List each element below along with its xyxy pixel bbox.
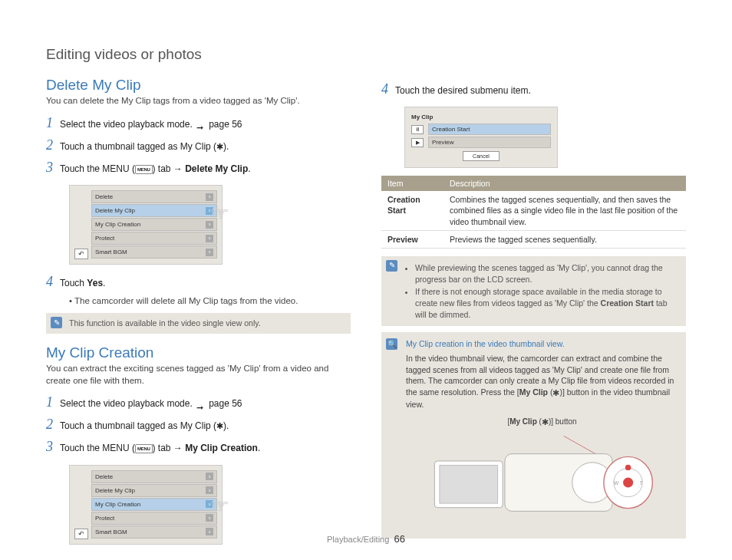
delete-step-1: 1 Select the video playback mode. page 5… — [46, 114, 351, 133]
camcorder-illustration: W T — [406, 433, 678, 532]
menu-item-protect: Protect› — [91, 512, 217, 525]
step-text: Touch the desired submenu item. — [395, 84, 686, 97]
table-row: Creation Start Combines the tagged scene… — [381, 191, 686, 230]
table-header-row: Item Description — [381, 176, 686, 191]
note-icon: ✎ — [386, 260, 397, 272]
table-row: Preview Previews the tagged scenes seque… — [381, 230, 686, 248]
submenu-row-preview: ▶ Preview — [411, 137, 551, 148]
tip-title: My Clip creation in the video thumbnail … — [406, 338, 678, 350]
arrow-right-icon — [196, 121, 207, 127]
step-number: 4 — [46, 272, 60, 292]
page-ref: page 56 — [209, 119, 242, 130]
step-number: 2 — [46, 136, 60, 155]
menu-item-my-clip-creation: My Clip Creation› — [91, 498, 217, 511]
svg-text:W: W — [614, 480, 619, 486]
page-number: 66 — [394, 533, 404, 545]
myclip-icon: ✱ — [542, 417, 549, 428]
step-number: 1 — [46, 393, 60, 412]
play-icon: ▶ — [411, 138, 424, 147]
camcorder-svg: W T — [406, 433, 678, 532]
section-creation-title: My Clip Creation — [46, 344, 351, 361]
creation-step-3: 3 Touch the MENU (MENU) tab → My Clip Cr… — [46, 437, 351, 456]
menu-item-delete-my-clip: Delete My Clip› — [91, 484, 217, 497]
menu-item-smart-bgm: Smart BGM› — [91, 245, 217, 259]
menu-item-my-clip-creation: My Clip Creation› — [91, 218, 217, 231]
note-bullet: If there is not enough storage space ava… — [415, 286, 680, 320]
page-title: Editing videos or photos — [46, 46, 686, 63]
step-text: Touch — [60, 278, 87, 288]
step-text: ) tab → — [153, 163, 186, 174]
note-icon: ✎ — [51, 317, 62, 328]
svg-text:T: T — [640, 480, 643, 486]
menu-item-delete: Delete› — [91, 190, 217, 203]
step-text: Touch the MENU ( — [60, 163, 135, 174]
myclip-icon: ✱ — [216, 141, 223, 153]
step-number: 1 — [46, 114, 60, 133]
chevron-right-icon: › — [206, 235, 213, 242]
submenu-row-creation-start: ⏸ Creation Start — [411, 124, 551, 135]
creation-step-2: 2 Touch a thumbnail tagged as My Clip (✱… — [46, 415, 351, 434]
step-text: ). — [223, 141, 229, 152]
svg-rect-2 — [440, 466, 498, 504]
touch-hand-icon: ☞ — [210, 201, 229, 226]
touch-hand-icon: ☞ — [210, 493, 229, 519]
step-text: ). — [223, 420, 229, 431]
delete-step-3: 3 Touch the MENU (MENU) tab → Delete My … — [46, 158, 351, 177]
creation-step-4: 4 Touch the desired submenu item. — [381, 80, 686, 99]
table-header-item: Item — [381, 176, 443, 191]
tip-thumbnail-view: 🔍 My Clip creation in the video thumbnai… — [381, 332, 686, 539]
columns: Delete My Clip You can delete the My Cli… — [46, 77, 686, 552]
table-cell-desc: Previews the tagged scenes sequentially. — [443, 230, 686, 248]
submenu-cancel: Cancel — [463, 151, 500, 161]
section-creation-intro: You can extract the exciting scenes tagg… — [46, 363, 351, 387]
table-cell-item: Creation Start — [381, 191, 443, 230]
myclip-button-label: [My Clip (✱)] button — [406, 417, 678, 428]
table-cell-desc: Combines the tagged scenes sequentially,… — [443, 191, 686, 230]
description-table: Item Description Creation Start Combines… — [381, 176, 686, 249]
step-number: 3 — [46, 437, 60, 456]
step-text: Touch a thumbnail tagged as My Clip ( — [60, 141, 216, 152]
submenu-title: My Clip — [411, 114, 551, 120]
step-text-bold: Delete My Clip — [185, 163, 248, 174]
delete-bullet: The camcorder will delete all My Clip ta… — [69, 295, 351, 307]
pause-icon: ⏸ — [411, 125, 424, 134]
section-delete-title: Delete My Clip — [46, 77, 351, 94]
step-number: 2 — [46, 415, 60, 434]
note-bullet: While previewing the scenes tagged as 'M… — [415, 262, 680, 285]
svg-point-7 — [623, 478, 633, 488]
back-icon: ↶ — [74, 249, 88, 259]
chevron-right-icon: › — [206, 249, 213, 256]
note-single-view: ✎ This function is available in the vide… — [46, 313, 351, 334]
step-text: . — [103, 278, 105, 288]
menu-screenshot-delete: Delete› Delete My Clip› My Clip Creation… — [69, 185, 223, 265]
magnifier-icon: 🔍 — [386, 338, 397, 350]
svg-point-8 — [625, 465, 631, 470]
creation-step-1: 1 Select the video playback mode. page 5… — [46, 393, 351, 412]
step-text: Touch a thumbnail tagged as My Clip ( — [60, 420, 216, 431]
table-header-description: Description — [443, 176, 686, 191]
chevron-right-icon: › — [206, 193, 213, 201]
step-text: Touch the MENU ( — [60, 443, 135, 453]
tip-body: In the video thumbnail view, the camcord… — [406, 353, 678, 410]
document-page: Editing videos or photos Delete My Clip … — [0, 0, 732, 560]
right-column: 4 Touch the desired submenu item. My Cli… — [381, 77, 686, 552]
step-text: Select the video playback mode. — [60, 119, 193, 130]
step-number: 3 — [46, 158, 60, 177]
step-text: ) tab → — [153, 443, 186, 453]
menu-item-protect: Protect› — [91, 232, 217, 245]
menu-item-delete: Delete› — [91, 470, 217, 483]
myclip-icon: ✱ — [216, 420, 223, 432]
step-text: Select the video playback mode. — [60, 398, 193, 409]
submenu-screenshot: My Clip ⏸ Creation Start ▶ Preview Cance… — [404, 107, 558, 168]
arrow-right-icon — [196, 401, 207, 407]
delete-step-4: 4 Touch Yes. — [46, 272, 351, 292]
step-text-bold: Yes — [87, 278, 103, 288]
section-delete-intro: You can delete the My Clip tags from a v… — [46, 95, 351, 107]
footer-section: Playback/Editing — [327, 535, 389, 544]
chevron-right-icon: › — [206, 473, 213, 480]
page-ref: page 56 — [209, 398, 242, 409]
step-text-bold: My Clip Creation — [185, 443, 258, 453]
menu-icon: MENU — [135, 165, 152, 174]
note-preview-limits: ✎ While previewing the scenes tagged as … — [381, 256, 686, 326]
note-text: This function is available in the video … — [69, 318, 261, 328]
